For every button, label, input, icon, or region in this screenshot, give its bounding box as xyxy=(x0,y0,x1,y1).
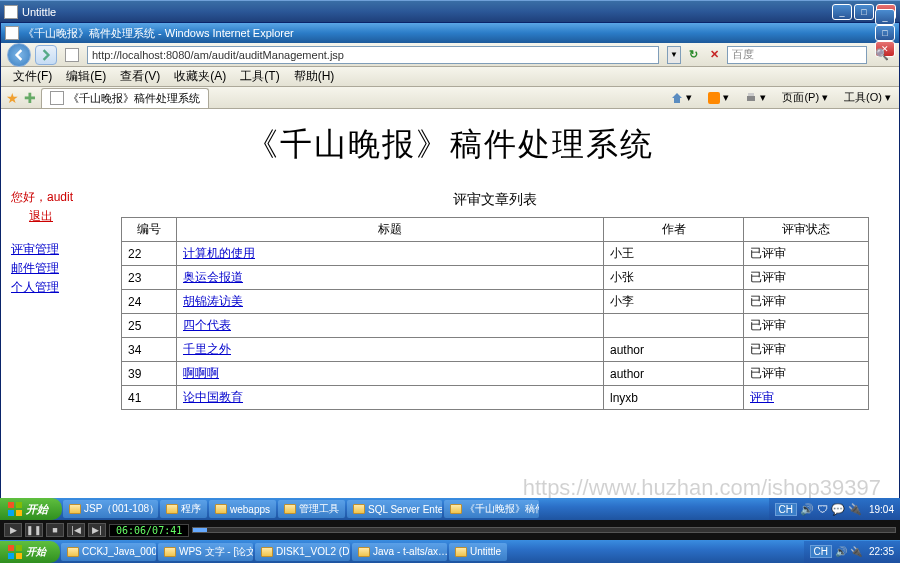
taskbar-item-label: JSP（001-108）薛宁 xyxy=(84,502,158,516)
ie-nav-toolbar: http://localhost:8080/am/audit/auditMana… xyxy=(1,43,899,67)
table-header-row: 编号 标题 作者 评审状态 xyxy=(122,218,869,242)
menu-file[interactable]: 文件(F) xyxy=(7,67,58,86)
minimize-button[interactable]: _ xyxy=(832,4,852,20)
menu-tools[interactable]: 工具(T) xyxy=(234,67,285,86)
outer-window-titlebar: Untittle _ □ ✕ xyxy=(0,0,900,22)
article-title-link[interactable]: 论中国教育 xyxy=(183,390,243,404)
clock: 19:04 xyxy=(869,504,894,515)
app-icon xyxy=(4,5,18,19)
tray-icon[interactable]: 🔊 xyxy=(800,503,814,516)
tools-menu-button[interactable]: 工具(O) ▾ xyxy=(838,89,897,106)
logout-link[interactable]: 退出 xyxy=(29,208,53,225)
taskbar-item[interactable]: Untittle xyxy=(449,543,507,561)
system-tray-2: CH 🔊 🔌 22:35 xyxy=(804,541,900,563)
cell-author: author xyxy=(604,338,744,362)
add-favorites-icon[interactable]: ✚ xyxy=(21,89,39,107)
taskbar-item[interactable]: DISK1_VOL2 (D:) xyxy=(255,543,350,561)
taskbar-item[interactable]: 《千山晚报》稿件… xyxy=(444,500,539,518)
language-indicator-2[interactable]: CH xyxy=(810,545,832,558)
taskbar-item[interactable]: Java - t-alts/ax… xyxy=(352,543,447,561)
tray-icon[interactable]: 🛡 xyxy=(817,503,828,515)
cell-id: 25 xyxy=(122,314,177,338)
taskbar-item[interactable]: SQL Server Enter… xyxy=(347,500,442,518)
svg-rect-9 xyxy=(8,553,14,559)
sidebar-link-mail[interactable]: 邮件管理 xyxy=(11,260,113,277)
col-title: 标题 xyxy=(177,218,604,242)
ie-title: 《千山晚报》稿件处理系统 - Windows Internet Explorer xyxy=(23,26,294,41)
print-button[interactable]: ▾ xyxy=(739,90,772,105)
favorites-star-icon[interactable]: ★ xyxy=(3,89,21,107)
menu-edit[interactable]: 编辑(E) xyxy=(60,67,112,86)
article-title-link[interactable]: 奥运会报道 xyxy=(183,270,243,284)
tray-icon[interactable]: 🔊 xyxy=(835,546,847,557)
play-button[interactable]: ▶ xyxy=(4,523,22,537)
taskbar-item[interactable]: CCKJ_Java_0005_… xyxy=(61,543,156,561)
search-input[interactable]: 百度 xyxy=(727,46,867,64)
back-button[interactable] xyxy=(7,43,31,67)
tray-icon[interactable]: 🔌 xyxy=(848,503,862,516)
feeds-icon xyxy=(708,92,720,104)
table-row: 22计算机的使用小王已评审 xyxy=(122,242,869,266)
cell-author: 小张 xyxy=(604,266,744,290)
pause-button[interactable]: ❚❚ xyxy=(25,523,43,537)
start-button[interactable]: 开始 xyxy=(0,498,62,520)
start-button-2[interactable]: 开始 xyxy=(0,541,60,563)
page-menu-button[interactable]: 页面(P) ▾ xyxy=(776,89,834,106)
next-button[interactable]: ▶| xyxy=(88,523,106,537)
ie-maximize-button[interactable]: □ xyxy=(875,25,895,41)
taskbar-item[interactable]: JSP（001-108）薛宁 xyxy=(63,500,158,518)
cell-status: 已评审 xyxy=(744,290,869,314)
taskbar-item[interactable]: webapps xyxy=(209,500,276,518)
search-go-button[interactable]: 🔍 xyxy=(871,46,893,63)
home-button[interactable]: ▾ xyxy=(665,90,698,105)
svg-rect-8 xyxy=(16,545,22,551)
feeds-button[interactable]: ▾ xyxy=(702,90,735,105)
browser-tab[interactable]: 《千山晚报》稿件处理系统 xyxy=(41,88,209,108)
table-row: 39啊啊啊author已评审 xyxy=(122,362,869,386)
taskbar-item[interactable]: 管理工具 xyxy=(278,500,345,518)
forward-button[interactable] xyxy=(35,45,57,65)
folder-icon xyxy=(69,504,81,514)
review-link[interactable]: 评审 xyxy=(750,390,774,404)
refresh-button[interactable]: ↻ xyxy=(685,46,702,63)
col-id: 编号 xyxy=(122,218,177,242)
menu-favorites[interactable]: 收藏夹(A) xyxy=(168,67,232,86)
folder-icon xyxy=(353,504,365,514)
article-title-link[interactable]: 计算机的使用 xyxy=(183,246,255,260)
refresh-icon: ↻ xyxy=(689,48,698,61)
tray-icon[interactable]: 💬 xyxy=(831,503,845,516)
tray-icon[interactable]: 🔌 xyxy=(850,546,862,557)
col-author: 作者 xyxy=(604,218,744,242)
sidebar-link-review[interactable]: 评审管理 xyxy=(11,241,113,258)
ie-minimize-button[interactable]: _ xyxy=(875,9,895,25)
menu-help[interactable]: 帮助(H) xyxy=(288,67,341,86)
address-bar[interactable]: http://localhost:8080/am/audit/auditMana… xyxy=(87,46,659,64)
sidebar-link-personal[interactable]: 个人管理 xyxy=(11,279,113,296)
taskbar-top: 开始 JSP（001-108）薛宁程序webapps管理工具SQL Server… xyxy=(0,498,900,520)
prev-button[interactable]: |◀ xyxy=(67,523,85,537)
start-label: 开始 xyxy=(26,502,48,517)
maximize-button[interactable]: □ xyxy=(854,4,874,20)
article-title-link[interactable]: 四个代表 xyxy=(183,318,231,332)
address-dropdown[interactable]: ▼ xyxy=(667,46,681,64)
stop-button[interactable]: ✕ xyxy=(706,46,723,63)
language-indicator[interactable]: CH xyxy=(775,503,797,516)
print-icon xyxy=(745,92,757,104)
ie-menubar: 文件(F) 编辑(E) 查看(V) 收藏夹(A) 工具(T) 帮助(H) xyxy=(1,67,899,87)
article-title-link[interactable]: 啊啊啊 xyxy=(183,366,219,380)
url-text: http://localhost:8080/am/audit/auditMana… xyxy=(92,49,344,61)
stop-button[interactable]: ■ xyxy=(46,523,64,537)
article-title-link[interactable]: 千里之外 xyxy=(183,342,231,356)
table-row: 34千里之外author已评审 xyxy=(122,338,869,362)
svg-rect-4 xyxy=(16,502,22,508)
taskbar-item-label: webapps xyxy=(230,504,270,515)
seek-bar[interactable] xyxy=(192,527,896,533)
taskbar-bottom: 开始 CCKJ_Java_0005_…WPS 文字 - [论文…DISK1_VO… xyxy=(0,540,900,563)
taskbar-item[interactable]: WPS 文字 - [论文… xyxy=(158,543,253,561)
article-title-link[interactable]: 胡锦涛访美 xyxy=(183,294,243,308)
cell-title: 啊啊啊 xyxy=(177,362,604,386)
taskbar-item[interactable]: 程序 xyxy=(160,500,207,518)
tools-menu-label: 工具(O) xyxy=(844,90,882,105)
cell-title: 四个代表 xyxy=(177,314,604,338)
menu-view[interactable]: 查看(V) xyxy=(114,67,166,86)
